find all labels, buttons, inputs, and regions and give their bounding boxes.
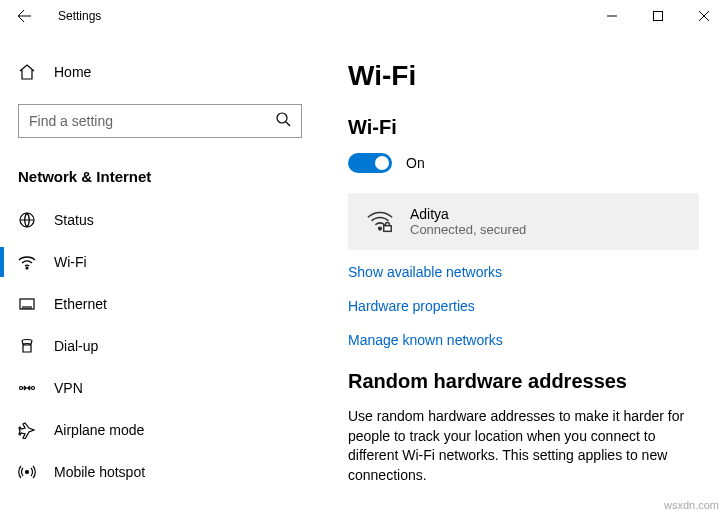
back-button[interactable] (8, 0, 40, 32)
wifi-secure-icon (366, 208, 394, 236)
dialup-icon (18, 337, 36, 355)
link-hardware-properties[interactable]: Hardware properties (348, 298, 699, 314)
network-card[interactable]: Aditya Connected, secured (348, 193, 699, 250)
watermark: wsxdn.com (664, 499, 719, 511)
main-content: Wi-Fi Wi-Fi On Aditya Connected, secured… (320, 32, 727, 515)
sidebar: Home Network & Internet Status (0, 32, 320, 515)
sidebar-item-dialup[interactable]: Dial-up (0, 325, 320, 367)
sidebar-item-label: Airplane mode (54, 422, 144, 438)
sidebar-item-wifi[interactable]: Wi-Fi (0, 241, 320, 283)
vpn-icon (18, 379, 36, 397)
minimize-icon (607, 11, 617, 21)
maximize-icon (653, 11, 663, 21)
sidebar-item-status[interactable]: Status (0, 199, 320, 241)
close-button[interactable] (681, 0, 727, 32)
nav-list: Status Wi-Fi Ethernet (0, 199, 320, 493)
sidebar-item-label: Mobile hotspot (54, 464, 145, 480)
svg-point-1 (277, 113, 287, 123)
network-info: Aditya Connected, secured (410, 206, 526, 237)
network-name: Aditya (410, 206, 526, 222)
random-hw-title: Random hardware addresses (348, 370, 699, 393)
sidebar-item-vpn[interactable]: VPN (0, 367, 320, 409)
wifi-section-title: Wi-Fi (348, 116, 699, 139)
search-input[interactable] (29, 113, 275, 129)
ethernet-icon (18, 295, 36, 313)
wifi-toggle-row: On (348, 153, 699, 173)
svg-point-3 (26, 267, 28, 269)
hotspot-icon (18, 463, 36, 481)
sidebar-home[interactable]: Home (0, 52, 320, 92)
content-area: Home Network & Internet Status (0, 32, 727, 515)
link-manage-known[interactable]: Manage known networks (348, 332, 699, 348)
link-show-networks[interactable]: Show available networks (348, 264, 699, 280)
minimize-button[interactable] (589, 0, 635, 32)
window-controls (589, 0, 727, 32)
search-icon (275, 111, 291, 131)
sidebar-item-hotspot[interactable]: Mobile hotspot (0, 451, 320, 493)
search-box[interactable] (18, 104, 302, 138)
arrow-left-icon (16, 8, 32, 24)
sidebar-item-label: Dial-up (54, 338, 98, 354)
airplane-icon (18, 421, 36, 439)
random-hw-body: Use random hardware addresses to make it… (348, 407, 699, 485)
sidebar-home-label: Home (54, 64, 91, 80)
svg-rect-9 (384, 225, 391, 231)
status-icon (18, 211, 36, 229)
window-title: Settings (58, 9, 101, 23)
sidebar-item-label: Ethernet (54, 296, 107, 312)
close-icon (699, 11, 709, 21)
svg-point-8 (379, 227, 382, 230)
sidebar-item-label: Wi-Fi (54, 254, 87, 270)
maximize-button[interactable] (635, 0, 681, 32)
wifi-icon (18, 253, 36, 271)
svg-rect-0 (654, 12, 663, 21)
titlebar: Settings (0, 0, 727, 32)
network-status: Connected, secured (410, 222, 526, 237)
sidebar-item-ethernet[interactable]: Ethernet (0, 283, 320, 325)
titlebar-left: Settings (8, 0, 101, 32)
sidebar-item-label: Status (54, 212, 94, 228)
page-title: Wi-Fi (348, 60, 699, 92)
svg-point-7 (26, 471, 29, 474)
svg-point-6 (32, 387, 35, 390)
sidebar-item-label: VPN (54, 380, 83, 396)
home-icon (18, 63, 36, 81)
sidebar-item-airplane[interactable]: Airplane mode (0, 409, 320, 451)
wifi-toggle[interactable] (348, 153, 392, 173)
category-header: Network & Internet (0, 156, 320, 199)
svg-point-5 (20, 387, 23, 390)
wifi-toggle-label: On (406, 155, 425, 171)
